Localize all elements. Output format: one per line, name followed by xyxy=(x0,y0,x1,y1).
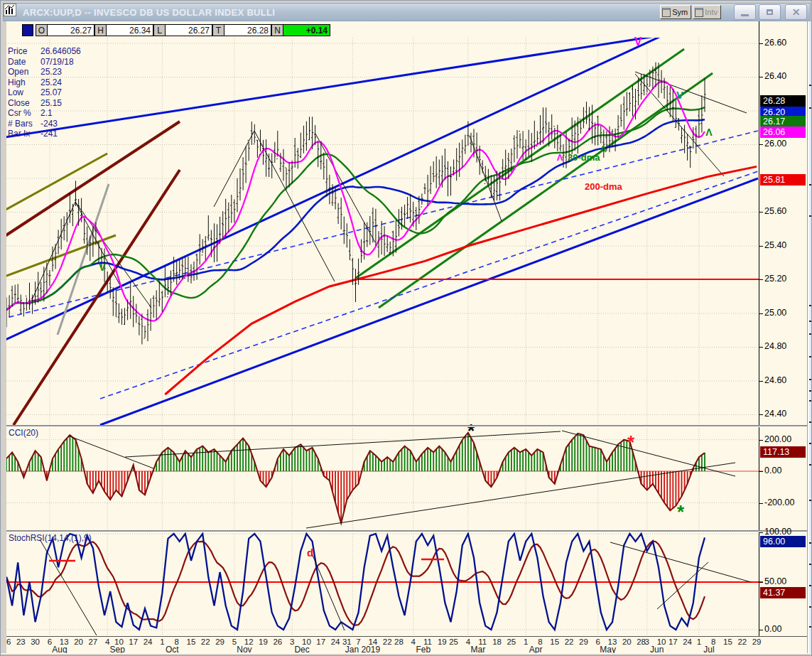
info-row-price: Price26.646056 xyxy=(8,46,81,57)
svg-text:V: V xyxy=(634,36,642,48)
time-axis-day-label: 16 xyxy=(6,638,11,646)
interval-button-label: Intv xyxy=(705,8,718,16)
close-button[interactable]: ✕ xyxy=(785,4,807,20)
right-strip-tick xyxy=(809,184,812,185)
svg-text:Λ: Λ xyxy=(600,144,607,154)
interval-button-icon xyxy=(695,8,703,17)
symbol-button-icon xyxy=(662,8,671,17)
window-bottom-edge xyxy=(1,653,812,656)
svg-text:30-dma: 30-dma xyxy=(568,152,600,163)
axis-tick xyxy=(759,43,763,44)
time-axis-month-label: Jun xyxy=(650,645,664,653)
quote-low-label: L xyxy=(153,24,165,36)
right-strip-tick xyxy=(809,443,812,444)
axis-label: -200.00 xyxy=(764,498,794,507)
time-axis-day-label: 29 xyxy=(752,638,762,646)
time-axis-day-label: 4 xyxy=(411,638,416,646)
time-axis-day-label: 4 xyxy=(105,638,109,646)
time-axis-day-label: 23 xyxy=(16,638,26,646)
svg-text:*: * xyxy=(677,501,685,522)
axis-value-box: 26.28 xyxy=(760,95,806,107)
time-axis-month-label: Mar xyxy=(471,645,486,653)
right-strip-tick xyxy=(809,305,812,306)
app-icon xyxy=(6,6,19,18)
right-strip-tick xyxy=(809,333,812,335)
time-axis-day-label: 5 xyxy=(232,638,237,646)
axis-label: 26.40 xyxy=(764,71,786,81)
quote-color-swatch xyxy=(22,24,33,36)
app-icon-glyph xyxy=(4,4,16,16)
axis-tick xyxy=(759,503,763,504)
axis-tick xyxy=(759,77,763,77)
axis-label: 25.00 xyxy=(764,308,786,318)
quote-open-label: O xyxy=(36,24,47,36)
axis-value-box: 26.17 xyxy=(760,116,806,127)
time-axis-day-label: 17 xyxy=(668,638,678,646)
right-strip-tick xyxy=(809,356,812,357)
symbol-button[interactable]: Sym xyxy=(660,5,691,19)
axis-tick xyxy=(759,471,763,472)
time-axis-day-label: 1 xyxy=(697,638,701,646)
right-strip-tick xyxy=(809,390,812,392)
time-axis-day-label: 28 xyxy=(394,638,404,646)
right-strip-tick xyxy=(809,421,812,423)
info-row-date: Date07/19/18 xyxy=(8,57,81,68)
axis-value-box: 117.13 xyxy=(760,446,806,458)
axis-tick xyxy=(759,440,763,441)
time-axis-day-label: 30 xyxy=(31,638,40,646)
right-splitter-strip[interactable] xyxy=(807,21,812,653)
right-strip-tick xyxy=(809,107,812,109)
axis-label: 25.60 xyxy=(764,206,786,216)
axis-label: 26.60 xyxy=(764,38,786,48)
axis-label: 0.00 xyxy=(764,466,781,475)
svg-text:*: * xyxy=(467,420,475,441)
time-axis-month-label: May xyxy=(600,645,616,653)
titlebar[interactable]: ARCX:UUP,D -- INVESCO DB US DOLLAR INDEX… xyxy=(3,3,811,21)
window-title: ARCX:UUP,D -- INVESCO DB US DOLLAR INDEX… xyxy=(23,7,659,18)
quote-bar: O26.27 H26.34 L26.27 T26.28 N+0.14 xyxy=(22,24,330,36)
chart-plot[interactable]: VVΛΛΛV30-dma200-dma***d xyxy=(6,21,807,653)
svg-text:V: V xyxy=(99,262,106,273)
time-axis-month-label: Dec xyxy=(294,645,309,653)
cci-panel-label: CCI(20) xyxy=(9,428,38,438)
info-row-low: Low25.07 xyxy=(8,87,81,98)
quote-high-value: 26.34 xyxy=(106,24,153,36)
time-axis-day-label: 27 xyxy=(88,638,97,646)
time-axis-day-label: 4 xyxy=(466,638,470,646)
right-strip-tick xyxy=(809,585,812,586)
quote-net-label: N xyxy=(271,24,283,36)
chart-content: VVΛΛΛV30-dma200-dma***d O26.27 H26.34 L2… xyxy=(6,21,807,653)
axis-label: 25.40 xyxy=(764,240,786,250)
axis-tick xyxy=(759,347,763,348)
axis-label: 200.00 xyxy=(764,434,791,444)
info-row-high: High25.24 xyxy=(8,77,81,88)
time-axis-day-label: 1 xyxy=(160,638,164,646)
price-axis: 26.6026.4026.0025.6025.4025.2025.0024.80… xyxy=(759,21,807,637)
time-axis-day-label: 25 xyxy=(507,638,516,646)
time-axis-day-label: 20 xyxy=(622,638,632,646)
right-strip-tick xyxy=(809,464,812,466)
time-axis-day-label: 22 xyxy=(201,638,210,646)
maximize-icon xyxy=(767,9,773,15)
minimize-button[interactable] xyxy=(734,4,756,20)
panel-separator-cci[interactable] xyxy=(6,425,807,427)
right-strip-tick xyxy=(809,500,812,501)
minimize-icon xyxy=(741,14,749,16)
svg-text:V: V xyxy=(676,89,683,101)
interval-button[interactable]: Intv xyxy=(693,5,721,19)
time-axis-day-label: 24 xyxy=(144,638,153,646)
right-strip-tick xyxy=(809,379,812,380)
panel-separator-stochrsi[interactable] xyxy=(6,530,807,532)
time-axis-day-label: 22 xyxy=(383,638,392,646)
quote-trade-label: T xyxy=(212,24,224,36)
time-axis-day-label: 24 xyxy=(683,638,692,646)
axis-label: 50.00 xyxy=(764,576,786,586)
maximize-button[interactable] xyxy=(759,4,781,20)
time-axis-month-label: Sep xyxy=(109,645,124,653)
time-axis-day-label: 24 xyxy=(331,638,340,646)
axis-tick xyxy=(759,630,763,630)
quote-trade-value: 26.28 xyxy=(224,24,271,36)
info-row-close: Close25.15 xyxy=(8,98,81,109)
time-axis-day-label: 26 xyxy=(273,638,282,646)
time-axis-month-label: Jan 2019 xyxy=(345,645,380,653)
